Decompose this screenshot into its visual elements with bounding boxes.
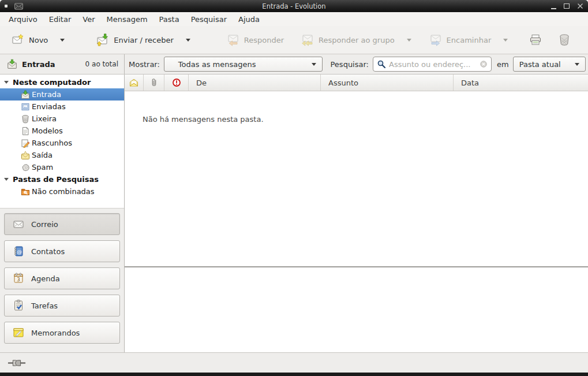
search-label: Pesquisar: <box>330 60 369 69</box>
spam-icon <box>21 163 30 172</box>
folder-label: Enviadas <box>32 102 66 111</box>
menu-pasta[interactable]: Pasta <box>153 13 185 25</box>
reply-button: Responder <box>222 30 289 50</box>
folder-group-pastas-de-pesquisas[interactable]: Pastas de Pesquisas <box>0 173 124 185</box>
switcher-tarefas[interactable]: Tarefas <box>4 295 120 317</box>
folder-label: Entrada <box>32 90 61 99</box>
reply-all-button-label: Responder ao grupo <box>319 36 395 44</box>
reply-all-button: Responder ao grupo <box>297 30 399 50</box>
svg-text:3: 3 <box>17 277 20 282</box>
folder-label: Saída <box>32 151 53 159</box>
folder-modelos[interactable]: Modelos <box>0 125 124 137</box>
window-title: Entrada - Evolution <box>45 2 543 10</box>
reply-button-label: Responder <box>244 36 284 44</box>
sidebar: Neste computadorEntradaEnviadasLixeiraMo… <box>0 75 125 352</box>
search-scope-dropdown[interactable]: Pasta atual <box>513 57 586 72</box>
menu-pesquisar[interactable]: Pesquisar <box>185 13 233 25</box>
status-bar <box>0 352 588 373</box>
search-box <box>373 57 492 72</box>
switcher-label: Tarefas <box>31 301 58 310</box>
folder-group-neste-computador[interactable]: Neste computador <box>0 76 124 88</box>
new-mail-icon <box>12 33 24 46</box>
send-receive-icon <box>96 33 109 46</box>
folder-nao-combinadas[interactable]: Não combinadas <box>0 185 124 198</box>
menu-editar[interactable]: Editar <box>43 13 77 25</box>
folder-enviadas[interactable]: Enviadas <box>0 100 124 113</box>
menu-mensagem[interactable]: Mensagem <box>101 13 153 25</box>
new-button-label: Novo <box>29 36 48 44</box>
switcher-contatos[interactable]: @Contatos <box>4 240 120 262</box>
new-dropdown-arrow[interactable] <box>55 34 70 46</box>
column-attachment[interactable] <box>144 75 164 91</box>
reply-icon <box>227 33 239 46</box>
maximize-button[interactable] <box>564 3 570 9</box>
forward-dropdown-arrow <box>498 34 513 46</box>
paperclip-icon <box>149 78 159 87</box>
menu-ajuda[interactable]: Ajuda <box>233 13 265 25</box>
switcher-memorandos[interactable]: Memorandos <box>4 322 120 344</box>
folder-group-label: Pastas de Pesquisas <box>13 175 99 184</box>
send-receive-button[interactable]: Enviar / receber <box>92 30 178 50</box>
message-list-pane: De Assunto Data Não há mensagens nesta p… <box>125 75 588 352</box>
new-button[interactable]: Novo <box>7 30 53 50</box>
open-mail-icon <box>129 78 138 87</box>
column-from[interactable]: De <box>189 75 321 91</box>
preview-pane <box>125 267 588 352</box>
current-folder-info: Entrada 0 ao total <box>0 54 125 74</box>
folder-search-bar: Entrada 0 ao total Mostrar: Todas as men… <box>0 54 588 75</box>
folder-entrada[interactable]: Entrada <box>0 88 124 100</box>
switcher-label: Contatos <box>31 247 65 256</box>
folder-label: Lixeira <box>32 114 57 123</box>
show-filter-dropdown[interactable]: Todas as mensagens <box>164 57 323 72</box>
forward-button-label: Encaminhar <box>447 36 492 44</box>
switcher-correio[interactable]: Correio <box>4 213 120 235</box>
inbox-icon <box>21 90 30 99</box>
expander-icon[interactable] <box>4 81 9 84</box>
column-priority[interactable] <box>164 75 189 91</box>
close-button[interactable] <box>577 3 583 9</box>
calendar-icon: 3 <box>12 272 25 285</box>
priority-icon <box>172 78 181 87</box>
evolution-window: Entrada - Evolution ArquivoEditarVerMens… <box>0 0 588 376</box>
view-switcher: Correio@Contatos3AgendaTarefasMemorandos <box>0 208 124 352</box>
reply-all-icon <box>301 33 314 46</box>
print-button[interactable] <box>525 30 546 50</box>
svg-text:@: @ <box>17 249 22 255</box>
column-read-status[interactable] <box>125 75 144 91</box>
junk-button[interactable] <box>582 30 588 50</box>
titlebar-bullet-icon <box>5 5 8 8</box>
expander-icon[interactable] <box>4 178 9 181</box>
current-folder-name: Entrada <box>22 60 55 69</box>
bottom-strip <box>0 373 588 376</box>
column-date[interactable]: Data <box>454 75 588 91</box>
scope-label: em <box>497 60 509 69</box>
message-count: 0 ao total <box>85 60 118 68</box>
folder-spam[interactable]: Spam <box>0 161 124 173</box>
switcher-agenda[interactable]: 3Agenda <box>4 267 120 289</box>
forward-button: Encaminhar <box>425 30 496 50</box>
folder-rascunhos[interactable]: Rascunhos <box>0 137 124 149</box>
tasks-icon <box>12 299 25 312</box>
clear-icon[interactable] <box>480 60 488 68</box>
folder-label: Spam <box>32 163 53 172</box>
folder-saida[interactable]: Saída <box>0 149 124 161</box>
column-subject[interactable]: Assunto <box>321 75 454 91</box>
switcher-label: Agenda <box>31 274 60 283</box>
window-envelope-icon <box>14 3 23 10</box>
forward-icon <box>429 33 442 46</box>
folder-label: Modelos <box>32 126 63 135</box>
menu-ver[interactable]: Ver <box>77 13 100 25</box>
folder-lixeira[interactable]: Lixeira <box>0 113 124 125</box>
minimize-button[interactable] <box>551 8 556 9</box>
titlebar: Entrada - Evolution <box>0 0 588 12</box>
search-icon <box>377 59 386 69</box>
templates-icon <box>21 126 30 136</box>
mail-icon <box>12 218 25 230</box>
search-input[interactable] <box>389 60 477 69</box>
contacts-icon: @ <box>12 245 25 258</box>
send-receive-dropdown-arrow[interactable] <box>181 34 196 46</box>
menu-arquivo[interactable]: Arquivo <box>3 13 43 25</box>
delete-button[interactable] <box>553 30 575 50</box>
send-receive-label: Enviar / receber <box>114 36 174 44</box>
delete-icon <box>558 33 571 46</box>
